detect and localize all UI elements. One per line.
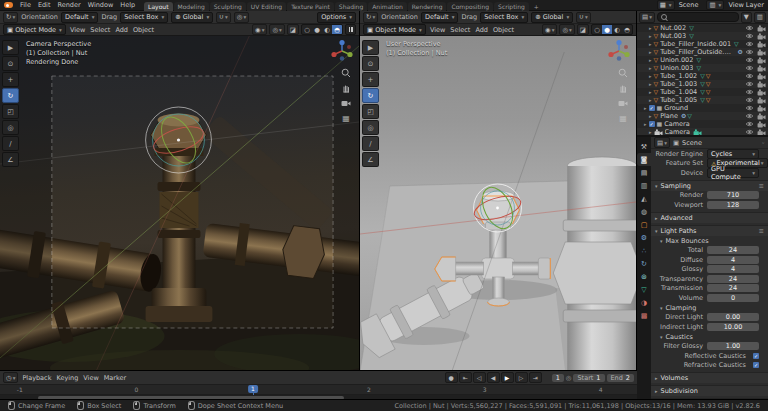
properties-tab-modifiers[interactable]: ⚙ <box>637 231 651 244</box>
properties-tab-texture[interactable]: ▩ <box>637 309 651 322</box>
timeline-menu-playback[interactable]: Playback <box>22 374 51 382</box>
zoom-icon[interactable] <box>618 68 628 78</box>
editor-type-icon[interactable]: ▤▾ <box>639 12 655 23</box>
outliner-row-union-002[interactable]: ▸▽Union.002▽ <box>637 56 768 64</box>
viewport-canvas-rendered[interactable]: ▶⊙+↻◰◎∕∠ Camera Perspective(1) Collectio… <box>0 36 359 372</box>
panel-menu-icon[interactable]: ≡ <box>759 182 764 190</box>
navigation-gizmo[interactable] <box>330 39 354 63</box>
properties-tab-object-data[interactable]: ▽ <box>637 283 651 296</box>
expand-icon[interactable]: ▸ <box>649 129 652 135</box>
view-layer-name[interactable]: View Layer <box>728 1 764 9</box>
expand-icon[interactable]: ▸ <box>649 65 652 71</box>
outliner-row-tube-1-003[interactable]: ▸▽Tube_1.003▽▽ <box>637 80 768 88</box>
hide-viewport-toggle[interactable] <box>745 57 754 64</box>
subpanel-header-clamping[interactable]: ▾Clamping <box>651 304 768 313</box>
properties-tab-object[interactable]: ▢ <box>637 218 651 231</box>
properties-tab-constraints[interactable]: ⊛ <box>637 270 651 283</box>
disable-render-toggle[interactable] <box>757 89 766 96</box>
workspace-tab-scripting[interactable]: Scripting <box>494 2 529 11</box>
shading-wireframe-button[interactable]: ○ <box>592 25 602 34</box>
disable-render-toggle[interactable] <box>757 129 766 136</box>
object-name[interactable]: Nut.003 <box>660 32 686 40</box>
orientation-dropdown[interactable]: Default▾ <box>61 12 99 23</box>
zoom-icon[interactable] <box>341 68 351 78</box>
object-name[interactable]: Ground <box>664 104 688 112</box>
select-box-tool[interactable]: ▶ <box>362 40 379 55</box>
viewport-canvas-solid[interactable]: ▶⊙+↻◰◎∕∠ User Perspective(1) Collection … <box>360 36 636 372</box>
expand-icon[interactable]: ▸ <box>644 105 647 111</box>
hide-viewport-toggle[interactable] <box>745 41 754 48</box>
properties-tab-render[interactable]: ◙ <box>637 153 651 166</box>
breadcrumb-scene[interactable]: Scene <box>682 139 702 147</box>
shading-rendered-button[interactable]: ◓ <box>332 25 342 34</box>
jump-to-start-button[interactable]: ⇤ <box>459 372 472 383</box>
snap-magnet-icon[interactable]: ∩▾ <box>216 12 231 23</box>
current-frame-badge[interactable]: 1 <box>248 385 258 393</box>
number-field-total[interactable]: 24 <box>707 246 759 254</box>
viewport-menu-object[interactable]: Object <box>493 26 514 34</box>
current-frame-field[interactable]: 1 <box>552 374 564 382</box>
subpanel-header-caustics[interactable]: ▾Caustics <box>651 333 768 342</box>
mode-dropdown[interactable]: ▣Object Mode▾ <box>3 24 66 35</box>
properties-tab-world[interactable]: ◍ <box>637 205 651 218</box>
outliner-row-ground[interactable]: ▸✓▦Ground <box>637 104 768 112</box>
number-field-viewport[interactable]: 128 <box>707 201 759 209</box>
viewport-menu-object[interactable]: Object <box>133 26 154 34</box>
outliner-row-camera[interactable]: ▸✓▦Camera <box>637 120 768 128</box>
expand-icon[interactable]: ▸ <box>649 89 652 95</box>
scene-name[interactable]: Scene <box>679 1 699 9</box>
expand-icon[interactable]: ▸ <box>649 57 652 63</box>
display-mode-icon[interactable]: ▥ <box>754 12 766 23</box>
orientation-dropdown[interactable]: Default▾ <box>421 12 459 23</box>
panel-header-volumes[interactable]: ▸Volumes <box>651 372 768 383</box>
hide-viewport-toggle[interactable] <box>745 97 754 104</box>
viewport-menu-add[interactable]: Add <box>115 26 128 34</box>
proportional-editing-icon[interactable]: ◎▾ <box>234 12 249 23</box>
cursor-tool[interactable]: ⊙ <box>2 56 19 71</box>
number-field-volume[interactable]: 0 <box>707 294 759 302</box>
disable-render-toggle[interactable] <box>757 57 766 64</box>
menu-edit[interactable]: Edit <box>35 1 54 9</box>
outliner-row-tube-1-002[interactable]: ▸▽Tube_1.002▽▽ <box>637 72 768 80</box>
object-name[interactable]: Tube_1.004 <box>660 88 697 96</box>
drag-dropdown[interactable]: Select Box▾ <box>120 12 168 23</box>
toggle-perspective-icon[interactable]: ▦ <box>341 113 351 123</box>
viewport-menu-select[interactable]: Select <box>90 26 110 34</box>
workspace-tab-shading[interactable]: Shading <box>335 2 367 11</box>
number-field-render[interactable]: 710 <box>707 191 759 199</box>
object-name[interactable]: Tube_Filler_Outside.001 <box>660 48 734 56</box>
disable-render-toggle[interactable] <box>757 97 766 104</box>
play-button[interactable]: ▶ <box>501 372 514 383</box>
drag-dropdown[interactable]: Select Box▾ <box>480 12 528 23</box>
workspace-tab-animation[interactable]: Animation <box>368 2 407 11</box>
transform-tool[interactable]: ◎ <box>362 120 379 135</box>
viewport-menu-add[interactable]: Add <box>475 26 488 34</box>
hide-viewport-toggle[interactable] <box>745 81 754 88</box>
expand-icon[interactable]: ▸ <box>649 33 652 39</box>
expand-icon[interactable]: ▸ <box>649 81 652 87</box>
active-tool-icon[interactable]: ↻▾ <box>3 12 18 23</box>
outliner-row-nut-003[interactable]: ▸▽Nut.003▽ <box>637 32 768 40</box>
hide-viewport-toggle[interactable] <box>745 73 754 80</box>
hide-viewport-toggle[interactable] <box>745 33 754 40</box>
outliner-row-plane[interactable]: ▸▽Plane⚙▽ <box>637 112 768 120</box>
shading-wireframe-button[interactable]: ○ <box>302 25 312 34</box>
viewport-menu-view[interactable]: View <box>70 26 85 34</box>
timeline-menu-view[interactable]: View <box>83 374 98 382</box>
disable-render-toggle[interactable] <box>757 73 766 80</box>
overlays-dropdown-icon[interactable]: ◎▾ <box>269 24 284 35</box>
properties-tab-view-layer[interactable]: ▥ <box>637 179 651 192</box>
expand-icon[interactable]: ▸ <box>649 41 652 47</box>
select-box-tool[interactable]: ▶ <box>2 40 19 55</box>
search-input[interactable] <box>669 14 735 20</box>
properties-tab-physics[interactable]: ↻ <box>637 257 651 270</box>
disable-render-toggle[interactable] <box>757 49 766 56</box>
hide-viewport-toggle[interactable] <box>745 65 754 72</box>
subpanel-header-max-bounces[interactable]: ▾Max Bounces <box>651 237 768 246</box>
disable-render-toggle[interactable] <box>757 113 766 120</box>
snap-magnet-icon[interactable]: ∩▾ <box>576 12 591 23</box>
workspace-tab-sculpting[interactable]: Sculpting <box>210 2 246 11</box>
mode-dropdown[interactable]: ▣Object Mode▾ <box>363 24 426 35</box>
number-field-transmission[interactable]: 24 <box>707 284 759 292</box>
scale-tool[interactable]: ◰ <box>2 104 19 119</box>
